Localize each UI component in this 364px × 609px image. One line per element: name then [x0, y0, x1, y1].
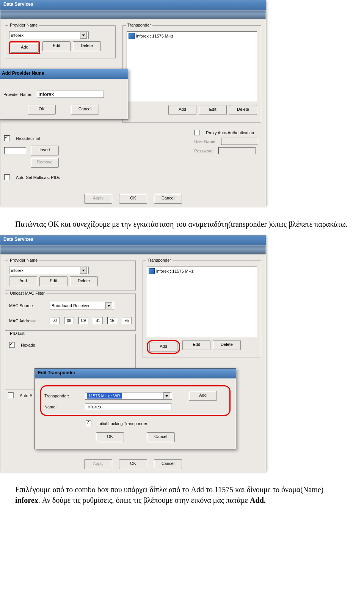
window-title-2: Data Services	[0, 235, 266, 245]
mac-octet-0[interactable]: 00	[50, 317, 60, 324]
transponder-add-button[interactable]: Add	[189, 391, 217, 401]
dialog-cancel-button[interactable]: Cancel	[71, 105, 99, 115]
transponder-list-item[interactable]: inforex : 11575 MHz	[128, 33, 256, 39]
autoset-label: Auto-Set Multicast PIDs	[16, 175, 60, 180]
cancel-button-2[interactable]: Cancel	[154, 459, 182, 469]
ok-button-2[interactable]: OK	[119, 459, 147, 469]
mac-address-label: MAC Address:	[9, 319, 45, 323]
delete-transponder-button-2[interactable]: Delete	[213, 340, 241, 350]
name-label: Name:	[44, 405, 80, 409]
add-transponder-button-2[interactable]: Add	[149, 342, 177, 352]
mac-octet-3[interactable]: B1	[93, 317, 103, 324]
name-input[interactable]	[85, 403, 171, 410]
mac-octet-4[interactable]: 1E	[107, 317, 117, 324]
dialog-title: Add Provider Name	[0, 69, 128, 79]
chevron-down-icon[interactable]	[163, 392, 170, 399]
transponder-group-title-2: Transponder	[146, 258, 173, 262]
hex-checkbox[interactable]	[4, 135, 10, 141]
edit-provider-button-2[interactable]: Edit	[39, 276, 67, 286]
transponder-item-label: inforex : 11575 MHz	[136, 34, 173, 38]
toolbar-blur-2	[0, 245, 266, 254]
provider-combo-2[interactable]: inforex	[9, 267, 89, 274]
add-provider-button[interactable]: Add	[11, 43, 39, 53]
provider-combo-value: inforex	[11, 33, 24, 38]
provider-name-input[interactable]	[37, 91, 104, 98]
mac-octet-2[interactable]: C9	[78, 317, 88, 324]
para1-text: Πατώντας ΟΚ και συνεχίζουμε με την εγκατ…	[15, 220, 348, 228]
transponder-list[interactable]: inforex : 11575 MHz	[127, 31, 257, 102]
cancel-button[interactable]: Cancel	[154, 194, 182, 204]
transponder-group-title: Transponder	[126, 23, 152, 27]
hex-checkbox-2[interactable]	[9, 342, 15, 348]
auto-s-label: Auto-S	[20, 393, 33, 398]
transponder-item-label-2: inforex : 11575 MHz	[156, 269, 193, 273]
edit-transponder-dialog: Edit Transponder Transponder: 11575 MHz …	[35, 368, 236, 449]
transponder-group-2: Transponder inforex : 11575 MHz Add Edit…	[143, 261, 261, 358]
transponder-combo-value: 11575 MHz : V/R	[87, 393, 122, 399]
pid-input[interactable]	[4, 147, 26, 154]
ok-button[interactable]: OK	[119, 194, 147, 204]
insert-button[interactable]: Insert	[31, 146, 59, 155]
add-button-highlight: Add	[9, 41, 40, 54]
delete-provider-button-2[interactable]: Delete	[70, 276, 98, 286]
edit-transponder-button[interactable]: Edit	[199, 105, 227, 115]
apply-button-2[interactable]: Apply	[84, 459, 112, 469]
chevron-down-icon[interactable]	[105, 302, 112, 309]
dialog-ok-button[interactable]: OK	[28, 105, 56, 115]
toolbar-blur	[0, 10, 266, 19]
chevron-down-icon[interactable]	[80, 267, 87, 274]
para2-mid: . Αν δούμε τις ρυθμίσεις, όπως τις βλέπο…	[38, 496, 250, 504]
provider-group-title-2: Provider Name	[8, 258, 39, 262]
hex-label: Hexadecimal	[16, 136, 40, 141]
mac-source-combo[interactable]: Broadband Receiver	[50, 302, 114, 309]
autoset-checkbox[interactable]	[4, 174, 10, 180]
add-transponder-highlight: Add	[147, 340, 180, 354]
password-label: Password:	[194, 149, 213, 153]
transponder-icon	[129, 33, 135, 39]
edit-provider-button[interactable]: Edit	[42, 41, 71, 51]
chevron-down-icon[interactable]	[80, 32, 87, 39]
transponder-combo[interactable]: 11575 MHz : V/R	[85, 392, 172, 400]
mac-octet-5[interactable]: 95	[122, 317, 132, 324]
instruction-paragraph-1: Πατώντας ΟΚ και συνεχίζουμε με την εγκατ…	[0, 213, 364, 235]
username-input[interactable]	[221, 138, 258, 145]
proxy-auth-label: Proxy Auto-Authentication	[206, 130, 254, 135]
transponder-list-item-2[interactable]: inforex : 11575 MHz	[148, 268, 256, 275]
auto-s-checkbox[interactable]	[8, 392, 14, 398]
edit-transponder-title: Edit Transponder	[35, 369, 236, 378]
para2-bold1: inforex	[15, 496, 38, 504]
delete-transponder-button[interactable]: Delete	[229, 105, 257, 115]
transponder-group: Transponder inforex : 11575 MHz Add Edit…	[122, 25, 261, 123]
add-transponder-button[interactable]: Add	[168, 105, 196, 115]
remove-button[interactable]: Remove	[31, 158, 59, 168]
window-title: Data Services	[0, 0, 266, 10]
transponder-icon	[149, 268, 155, 274]
transponder-list-2[interactable]: inforex : 11575 MHz	[147, 267, 257, 337]
apply-button[interactable]: Apply	[84, 194, 112, 204]
para2-pre: Επιλέγουμε από το combo box που υπάρχει …	[15, 485, 323, 494]
add-provider-dialog: Add Provider Name Provider Name: OK Canc…	[0, 69, 128, 119]
provider-name-group: Provider Name inforex Add Edit Delete	[5, 25, 116, 58]
initial-locking-checkbox[interactable]	[86, 421, 91, 426]
provider-name-group-2: Provider Name inforex Add Edit Delete	[5, 261, 136, 290]
transponder-label: Transponder:	[44, 394, 80, 398]
provider-name-label: Provider Name:	[3, 92, 32, 97]
edit-transponder-button-2[interactable]: Edit	[182, 340, 210, 350]
mac-source-label: MAC Source:	[9, 303, 45, 308]
password-input[interactable]	[218, 147, 256, 154]
delete-provider-button[interactable]: Delete	[73, 41, 101, 51]
instruction-paragraph-2: Επιλέγουμε από το combo box που υπάρχει …	[0, 479, 364, 511]
dialog-ok-button-2[interactable]: OK	[96, 432, 124, 442]
unicast-title: Unicast MAC Filter	[8, 291, 46, 295]
proxy-auth-checkbox[interactable]	[194, 130, 200, 135]
dialog-cancel-button-2[interactable]: Cancel	[147, 432, 175, 442]
pid-list-title: PID List	[8, 331, 26, 336]
para2-bold2: Add.	[250, 496, 266, 504]
initial-locking-label: Initial Locking Transponder	[97, 421, 147, 426]
provider-combo[interactable]: inforex	[9, 31, 89, 39]
add-provider-button-2[interactable]: Add	[9, 276, 37, 286]
username-label: User Name:	[194, 139, 217, 144]
provider-combo-value-2: inforex	[11, 268, 24, 273]
provider-group-title: Provider Name	[8, 23, 39, 27]
mac-octet-1[interactable]: 08	[64, 317, 74, 324]
